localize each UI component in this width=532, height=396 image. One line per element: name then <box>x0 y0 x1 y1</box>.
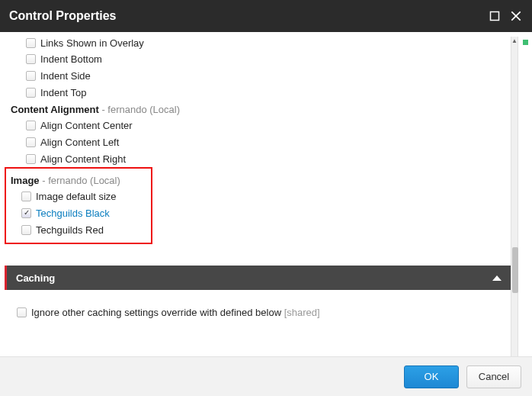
close-icon[interactable] <box>509 9 523 23</box>
content-alignment-list: Align Content CenterAlign Content LeftAl… <box>5 117 511 167</box>
scrollbar-vertical[interactable]: ▲ ▼ <box>511 37 518 372</box>
maximize-icon[interactable] <box>488 9 502 23</box>
image-option-label[interactable]: Techguilds Black <box>36 208 110 219</box>
content-alignment-heading: Content Alignment - fernando (Local) <box>5 101 511 117</box>
caching-title: Caching <box>16 272 55 284</box>
ok-button[interactable]: OK <box>404 365 459 388</box>
image-option-label: Techguilds Red <box>36 224 104 236</box>
group-scope: - fernando (Local) <box>101 104 180 115</box>
dialog-footer: OK Cancel <box>0 356 532 396</box>
image-heading: Image - fernando (Local) <box>6 172 151 188</box>
group-title: Image <box>11 175 40 186</box>
styling-option-label: Indent Top <box>40 87 86 98</box>
styling-option-row: Indent Bottom <box>5 50 511 67</box>
styling-option-label: Indent Side <box>40 70 91 82</box>
caching-header[interactable]: Caching <box>5 266 511 290</box>
content-alignment-option-row: Align Content Left <box>5 134 511 150</box>
checkbox[interactable] <box>26 38 36 48</box>
content-alignment-option-row: Align Content Right <box>5 150 511 167</box>
dialog-title: Control Properties <box>9 9 116 23</box>
checkbox[interactable] <box>26 121 36 130</box>
styling-option-label: Links Shown in Overlay <box>40 37 144 49</box>
titlebar: Control Properties <box>0 0 532 32</box>
image-option-label: Image default size <box>36 191 117 202</box>
checkbox[interactable] <box>26 54 36 64</box>
styling-indent-group: Indent BottomIndent SideIndent Top <box>5 50 511 101</box>
checkbox[interactable] <box>26 71 36 81</box>
content-alignment-option-label: Align Content Left <box>40 137 119 148</box>
image-options-list: Image default sizeTechguilds BlackTechgu… <box>6 188 151 238</box>
status-indicator-icon <box>523 40 528 45</box>
caching-option-label: Ignore other caching settings override w… <box>31 307 320 318</box>
scroll-up-icon[interactable]: ▲ <box>511 37 518 44</box>
group-scope: - fernando (Local) <box>42 175 120 186</box>
svg-rect-0 <box>491 12 499 21</box>
checkbox[interactable] <box>26 137 36 147</box>
checkbox[interactable] <box>26 88 36 98</box>
checkbox[interactable] <box>17 307 27 317</box>
caching-option-row: Ignore other caching settings override w… <box>12 304 503 320</box>
content-alignment-option-label: Align Content Center <box>40 120 133 131</box>
scroll-thumb[interactable] <box>512 247 518 293</box>
scroll-pane: Links Shown in Overlay Indent BottomInde… <box>5 37 511 351</box>
caching-option-text: Ignore other caching settings override w… <box>31 307 281 318</box>
chevron-up-icon <box>492 275 502 281</box>
checkbox[interactable] <box>21 225 31 235</box>
image-option-row: Techguilds Red <box>6 221 151 238</box>
styling-option-row: Indent Top <box>5 84 511 101</box>
styling-option-row: Links Shown in Overlay <box>5 37 511 50</box>
content-alignment-option-label: Align Content Right <box>40 153 126 165</box>
styling-option-row: Indent Side <box>5 67 511 84</box>
group-title: Content Alignment <box>11 104 99 115</box>
checkbox[interactable] <box>21 192 31 201</box>
image-option-row: Image default size <box>6 188 151 204</box>
window-controls <box>488 9 523 23</box>
caching-option-suffix: [shared] <box>284 307 320 318</box>
checkbox[interactable] <box>21 208 31 218</box>
content-alignment-option-row: Align Content Center <box>5 117 511 134</box>
cancel-button[interactable]: Cancel <box>466 365 521 388</box>
image-option-row: Techguilds Black <box>6 204 151 221</box>
styling-option-label: Indent Bottom <box>40 53 102 65</box>
caching-body: Ignore other caching settings override w… <box>5 290 511 351</box>
dialog-content: Links Shown in Overlay Indent BottomInde… <box>0 32 532 356</box>
image-group-highlight: Image - fernando (Local) Image default s… <box>5 167 152 244</box>
checkbox[interactable] <box>26 154 36 164</box>
caching-section: Caching Ignore other caching settings ov… <box>5 266 511 351</box>
